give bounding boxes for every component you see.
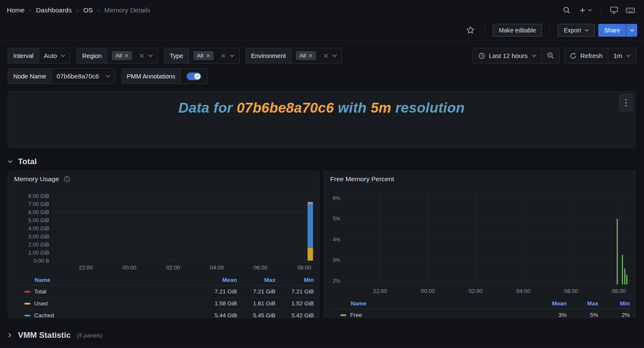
series-color-swatch — [340, 314, 346, 316]
legend-row-used: Used1.58 GiB1.61 GiB1.52 GiB — [13, 298, 314, 310]
breadcrumb-current-page: Memory Details — [104, 6, 150, 14]
environment-select[interactable]: All — [291, 48, 342, 63]
time-range-button[interactable]: Last 12 hours — [473, 48, 542, 63]
environment-tag-label: All — [299, 52, 306, 59]
legend-sort-mean[interactable]: Mean — [535, 300, 567, 307]
interval-variable: Interval Auto — [8, 48, 70, 64]
panel-header: Free Memory Percent — [324, 171, 635, 187]
x-tick-label: 04:00 — [516, 288, 530, 294]
breadcrumb-os[interactable]: OS — [83, 6, 93, 14]
series-color-swatch — [24, 291, 30, 293]
series-name[interactable]: Cached — [34, 312, 54, 318]
pmm-annotations-switch-area — [181, 69, 207, 84]
monitor-icon[interactable] — [607, 3, 621, 17]
refresh-label: Refresh — [580, 52, 603, 59]
time-range-label: Last 12 hours — [489, 52, 528, 59]
x-tick-label: 06:00 — [564, 288, 578, 294]
legend-sort-min[interactable]: Min — [275, 277, 314, 283]
chevron-down-icon — [230, 54, 234, 57]
refresh-interval-select[interactable]: 1m — [608, 48, 636, 63]
chevron-down-icon — [332, 54, 337, 57]
export-button[interactable]: Export — [558, 24, 594, 37]
filter-row-1: Interval Auto Region All Type All — [8, 48, 636, 64]
type-tag-all[interactable]: All — [193, 51, 214, 60]
x-tick-label: 02:00 — [468, 288, 483, 294]
refresh-icon — [570, 52, 577, 59]
y-tick-label: 3% — [333, 257, 340, 263]
zoom-out-icon — [547, 52, 554, 59]
series-max-value: 1.61 GiB — [237, 300, 275, 307]
series-name[interactable]: Total — [34, 288, 47, 295]
legend-sort-max[interactable]: Max — [567, 300, 598, 307]
free-memory-chart[interactable]: 6%5%4%3%2%22:0000:0002:0004:0006:0008:00 — [329, 187, 631, 295]
region-tag-all[interactable]: All — [112, 51, 132, 60]
y-tick-label: 7.00 GiB — [28, 201, 49, 207]
remove-tag-icon[interactable] — [125, 54, 129, 58]
section-title-vmm-statistic: VMM Statistic — [18, 331, 71, 340]
share-button[interactable]: Share — [598, 24, 626, 37]
banner-segment: resolution — [391, 100, 465, 116]
nav-icon-group — [560, 3, 637, 17]
make-editable-button[interactable]: Make editable — [493, 24, 542, 37]
breadcrumb-home[interactable]: Home — [7, 6, 24, 14]
region-select[interactable]: All — [107, 48, 158, 63]
legend-sort-mean[interactable]: Mean — [199, 277, 237, 283]
stacked-series-free — [307, 203, 313, 204]
clear-selection-icon[interactable] — [323, 53, 328, 58]
breadcrumb-dashboards[interactable]: Dashboards — [36, 6, 72, 14]
series-name[interactable]: Used — [34, 300, 48, 307]
x-tick-label: 00:00 — [123, 264, 137, 271]
resolution-banner: Data for 07b6be8a70c6 with 5m resolution — [179, 100, 465, 148]
share-split-button: Share — [598, 24, 637, 37]
submenu-controls: Interval Auto Region All Type All — [0, 41, 644, 84]
y-tick-label: 6% — [333, 195, 340, 201]
series-color-swatch — [24, 315, 30, 316]
pmm-annotations-label: PMM Annotations — [122, 69, 181, 84]
x-tick-label: 04:00 — [210, 264, 224, 271]
interval-select[interactable]: Auto — [39, 48, 70, 63]
row-total-header[interactable]: Total — [0, 154, 644, 170]
keyboard-icon[interactable] — [624, 3, 637, 17]
toolbar-divider — [485, 25, 485, 35]
add-icon[interactable] — [576, 3, 595, 17]
panel-menu-button[interactable] — [619, 94, 632, 111]
legend-sort-name[interactable]: Name — [13, 277, 199, 283]
panel-title-free-memory-percent[interactable]: Free Memory Percent — [330, 175, 394, 183]
y-tick-label: 4.00 GiB — [28, 226, 49, 232]
environment-tag-all[interactable]: All — [296, 51, 316, 60]
type-tag-label: All — [197, 52, 203, 59]
clear-selection-icon[interactable] — [221, 53, 226, 58]
zoom-out-time-button[interactable] — [542, 48, 559, 63]
environment-label: Environment — [246, 48, 291, 63]
legend-sort-name[interactable]: Name — [329, 300, 535, 307]
breadcrumb-separator-icon: › — [76, 6, 79, 14]
series-name[interactable]: Free — [350, 312, 362, 318]
series-max-value: 5.45 GiB — [237, 312, 275, 318]
remove-tag-icon[interactable] — [206, 54, 210, 58]
pmm-annotations-toggle[interactable] — [187, 72, 201, 80]
panel-memory-usage: Memory Usage 8.00 GiB7.00 GiB6.00 GiB5.0… — [8, 171, 319, 318]
chevron-down-icon — [8, 160, 13, 163]
row-vmm-statistic-header[interactable]: VMM Statistic (5 panels) — [0, 325, 644, 345]
share-menu-caret[interactable] — [626, 24, 637, 37]
clear-selection-icon[interactable] — [139, 53, 144, 58]
legend-sort-min[interactable]: Min — [598, 300, 630, 307]
refresh-picker: Refresh 1m — [564, 48, 636, 64]
search-icon[interactable] — [560, 3, 574, 17]
x-tick-label: 22:00 — [79, 264, 93, 271]
info-icon[interactable] — [64, 176, 70, 183]
node-name-select[interactable]: 07b6be8a70c6 — [52, 69, 114, 84]
section-panel-count: (5 panels) — [77, 332, 103, 339]
legend-sort-max[interactable]: Max — [237, 277, 275, 283]
time-range-picker: Last 12 hours — [473, 48, 560, 64]
export-button-label: Export — [564, 27, 581, 34]
star-icon[interactable] — [463, 23, 477, 37]
type-variable: Type All — [164, 48, 239, 64]
type-select[interactable]: All — [189, 48, 239, 63]
series-min-value: 2% — [598, 312, 630, 318]
remove-tag-icon[interactable] — [309, 54, 313, 58]
memory-usage-chart[interactable]: 8.00 GiB7.00 GiB6.00 GiB5.00 GiB4.00 GiB… — [13, 187, 315, 275]
refresh-button[interactable]: Refresh — [565, 48, 608, 63]
panel-title-memory-usage[interactable]: Memory Usage — [14, 175, 59, 183]
y-tick-label: 2.00 GiB — [28, 242, 49, 248]
